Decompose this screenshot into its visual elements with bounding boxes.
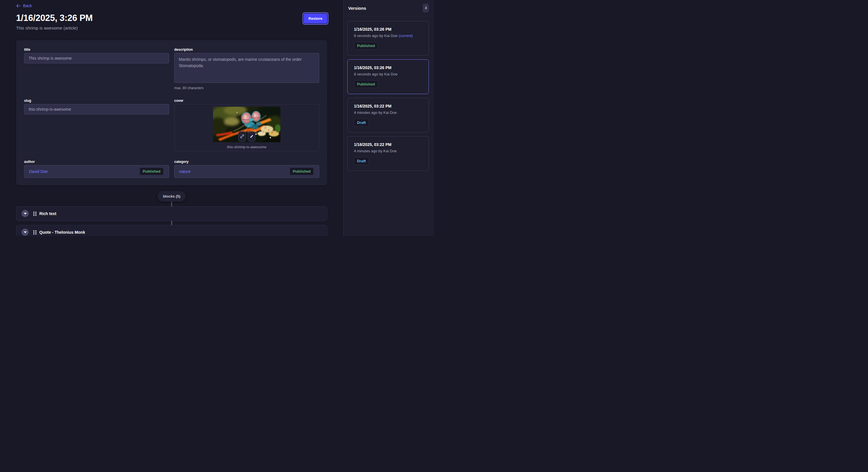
field-category: category nature Published <box>174 160 319 178</box>
versions-sidebar: Versions 4 1/16/2025, 03:26 PM 8 seconds… <box>343 0 434 236</box>
cover-edit-button[interactable] <box>248 131 255 142</box>
cover-label: cover <box>174 99 319 103</box>
version-meta-text: 8 seconds ago by Kai Doe <box>354 72 398 76</box>
link-icon <box>240 134 244 138</box>
cover-box: this-shrimp-is-awesome <box>174 104 319 151</box>
back-link[interactable]: Back <box>16 3 32 8</box>
version-card-meta: 4 minutes ago by Kai Doe <box>354 110 422 115</box>
field-title: title <box>24 47 169 90</box>
back-label: Back <box>23 3 32 8</box>
version-status-badge: Published <box>354 80 378 88</box>
version-card-meta: 8 seconds ago by Kai Doe <box>354 72 422 76</box>
version-card-title: 1/16/2025, 03:26 PM <box>354 27 422 32</box>
description-textarea[interactable]: Mantis shrimps, or stomatopods, are mari… <box>174 53 319 83</box>
accordion-toggle-button[interactable] <box>22 210 29 217</box>
cover-caption: this-shrimp-is-awesome <box>227 145 267 149</box>
description-label: description <box>174 47 319 52</box>
version-card-title: 1/16/2025, 03:22 PM <box>354 104 422 108</box>
author-status-badge: Published <box>140 167 164 175</box>
author-link[interactable]: David Doe <box>29 169 48 174</box>
header-row: 1/16/2025, 3:26 PM This shrimp is awesom… <box>16 13 327 30</box>
accordion-toggle-button[interactable] <box>22 229 29 236</box>
category-label: category <box>174 160 319 164</box>
version-current-tag: (current) <box>399 34 413 38</box>
version-card-title: 1/16/2025, 03:26 PM <box>354 65 422 70</box>
slug-label: slug <box>24 99 169 103</box>
versions-title: Versions <box>348 6 366 11</box>
field-cover: cover <box>174 99 319 151</box>
blocks-section: blocks (5) Rich text <box>16 191 327 236</box>
field-description: description Mantis shrimps, or stomatopo… <box>174 47 319 90</box>
accordion-label: Quote - Thelonius Monk <box>39 230 85 235</box>
main-content: Back 1/16/2025, 3:26 PM This shrimp is a… <box>0 0 343 236</box>
version-card[interactable]: 1/16/2025, 03:22 PM 4 minutes ago by Kai… <box>347 98 429 133</box>
cover-link-button[interactable] <box>238 131 246 142</box>
version-card-meta: 4 minutes ago by Kai Doe <box>354 149 422 153</box>
drag-handle-icon[interactable] <box>33 211 37 216</box>
cover-actions <box>238 131 255 142</box>
field-author: author David Doe Published <box>24 160 169 178</box>
version-status-badge: Published <box>354 42 378 49</box>
version-card-title: 1/16/2025, 03:22 PM <box>354 142 422 147</box>
description-helper: max. 80 characters <box>174 86 319 90</box>
title-input[interactable] <box>24 53 169 63</box>
category-relation-box: nature Published <box>174 165 319 178</box>
title-label: title <box>24 47 169 52</box>
version-card-selected[interactable]: 1/16/2025, 03:26 PM 8 seconds ago by Kai… <box>347 59 429 94</box>
version-meta-text: 8 seconds ago by Kai Doe <box>354 34 398 38</box>
category-link[interactable]: nature <box>179 169 191 174</box>
page-title: 1/16/2025, 3:26 PM <box>16 13 304 23</box>
author-relation-box: David Doe Published <box>24 165 169 178</box>
version-card[interactable]: 1/16/2025, 03:22 PM 4 minutes ago by Kai… <box>347 136 429 171</box>
versions-header: Versions 4 <box>344 0 434 16</box>
author-label: author <box>24 160 169 164</box>
blocks-count-pill: blocks (5) <box>158 191 186 202</box>
drag-handle-icon[interactable] <box>33 230 37 235</box>
version-card-meta: 8 seconds ago by Kai Doe(current) <box>354 34 422 38</box>
version-card[interactable]: 1/16/2025, 03:26 PM 8 seconds ago by Kai… <box>347 21 429 56</box>
cover-image <box>213 107 280 142</box>
version-meta-text: 4 minutes ago by Kai Doe <box>354 149 397 153</box>
chevron-down-icon <box>24 213 27 214</box>
back-arrow-icon <box>16 4 21 8</box>
blocks-connector <box>171 202 172 206</box>
accordion-label: Rich text <box>39 211 56 216</box>
blocks-connector <box>171 221 172 225</box>
chevron-down-icon <box>24 231 27 233</box>
page-subtitle: This shrimp is awesome (article) <box>16 26 304 30</box>
pencil-icon <box>249 134 253 138</box>
app-root: Back 1/16/2025, 3:26 PM This shrimp is a… <box>0 0 434 236</box>
version-status-badge: Draft <box>354 157 369 165</box>
version-form-card: title description Mantis shrimps, or sto… <box>16 40 327 185</box>
restore-button[interactable]: Restore <box>304 13 327 24</box>
slug-input[interactable] <box>24 104 169 114</box>
block-accordion-rich-text[interactable]: Rich text <box>16 206 327 221</box>
version-list: 1/16/2025, 03:26 PM 8 seconds ago by Kai… <box>344 16 434 175</box>
field-slug: slug <box>24 99 169 151</box>
version-status-badge: Draft <box>354 119 369 127</box>
category-status-badge: Published <box>290 167 314 175</box>
version-meta-text: 4 minutes ago by Kai Doe <box>354 110 397 115</box>
block-accordion-quote[interactable]: Quote - Thelonius Monk <box>16 225 327 236</box>
versions-count-badge: 4 <box>423 4 429 12</box>
